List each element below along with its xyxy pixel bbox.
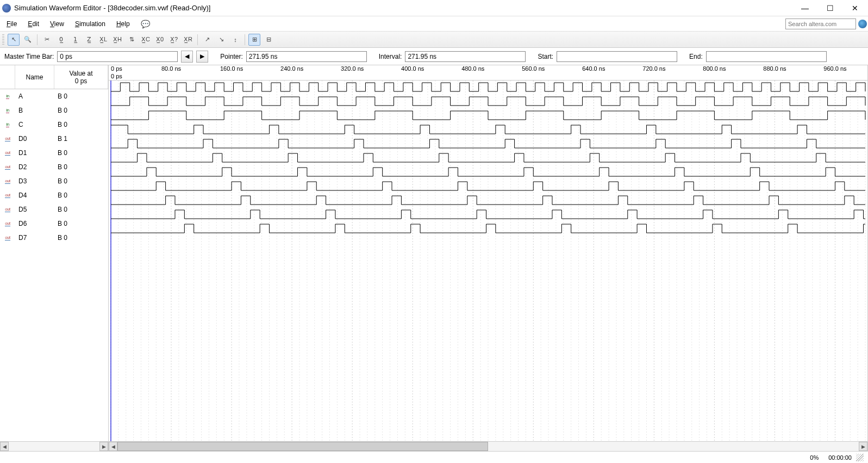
wave-scroll-thumb[interactable]	[117, 442, 488, 451]
ruler-tick: 400.0 ns	[401, 65, 424, 72]
menu-edit[interactable]: Edit	[22, 18, 45, 30]
tool-xq[interactable]: X̲?	[168, 34, 180, 46]
signal-name: D5	[15, 206, 54, 213]
signal-hscroll[interactable]: ◀ ▶	[0, 441, 108, 451]
maximize-button[interactable]: ☐	[822, 2, 838, 14]
menubar: File Edit View Simulation Help 💬	[0, 16, 868, 32]
signal-value: B 0	[54, 177, 108, 185]
wave-scroll-right-icon[interactable]: ▶	[859, 442, 867, 451]
tool-force0[interactable]: 0̲	[55, 34, 67, 46]
signal-dir-icon: out	[0, 221, 15, 226]
col-name: Name	[15, 65, 54, 89]
tool-inv[interactable]: ⇅	[126, 34, 138, 46]
signal-value: B 0	[54, 206, 108, 213]
tool-force1[interactable]: 1̲	[69, 34, 81, 46]
signal-value: B 0	[54, 92, 108, 100]
ruler-tick: 560.0 ns	[522, 65, 545, 72]
wave-scroll-track[interactable]	[117, 442, 859, 451]
signal-row[interactable]: outD0B 1	[0, 132, 108, 146]
ruler-tick: 960.0 ns	[823, 65, 846, 72]
resize-grip-icon[interactable]	[856, 454, 864, 461]
menu-view[interactable]: View	[45, 18, 70, 30]
master-prev-button[interactable]: ◀	[181, 51, 193, 63]
tool-grid[interactable]: ⊟	[263, 34, 274, 46]
menu-help[interactable]: Help	[111, 18, 135, 30]
signal-row[interactable]: inAB 0	[0, 89, 108, 103]
wave-hscroll[interactable]: ◀ ▶	[109, 441, 867, 451]
scroll-track[interactable]	[9, 442, 99, 451]
tool-edge-both[interactable]: ↕	[229, 34, 241, 46]
menu-file[interactable]: File	[1, 18, 22, 30]
start-input[interactable]	[557, 51, 677, 62]
signal-name: D7	[15, 234, 54, 242]
globe-icon[interactable]	[858, 20, 867, 28]
tool-x0[interactable]: X̲0	[154, 34, 166, 46]
signal-name: C	[15, 121, 54, 128]
signal-row[interactable]: outD1B 0	[0, 146, 108, 160]
pointer-label: Pointer:	[220, 53, 242, 60]
tool-forcez[interactable]: Z̲	[83, 34, 95, 46]
pointer-input[interactable]	[246, 51, 367, 62]
menu-simulation[interactable]: Simulation	[70, 18, 111, 30]
signal-row[interactable]: inCB 0	[0, 118, 108, 132]
help-bubble-icon[interactable]: 💬	[141, 19, 151, 29]
interval-label: Interval:	[379, 53, 402, 60]
tool-xc[interactable]: X̲C	[140, 34, 152, 46]
signal-row[interactable]: outD3B 0	[0, 174, 108, 188]
signal-value: B 0	[54, 121, 108, 128]
ruler-tick: 720.0 ns	[642, 65, 665, 72]
signal-dir-icon: out	[0, 193, 15, 198]
signal-name: D2	[15, 163, 54, 171]
ruler-tick: 800.0 ns	[703, 65, 726, 72]
signal-dir-icon: out	[0, 150, 15, 156]
signal-row[interactable]: outD7B 0	[0, 231, 108, 245]
tool-xh[interactable]: X̲H	[111, 34, 123, 46]
minimize-button[interactable]: —	[797, 2, 813, 14]
signal-name: D1	[15, 149, 54, 157]
signal-name: B	[15, 107, 54, 114]
signal-header: Name Value at 0 ps	[0, 65, 108, 89]
tool-snap[interactable]: ⊞	[248, 34, 260, 46]
end-input[interactable]	[706, 51, 827, 62]
wave-area[interactable]	[109, 81, 867, 441]
signal-panel: Name Value at 0 ps inAB 0inBB 0inCB 0out…	[0, 65, 109, 451]
signal-row[interactable]: outD6B 0	[0, 217, 108, 231]
signal-row[interactable]: outD5B 0	[0, 202, 108, 217]
search-input[interactable]	[785, 18, 856, 29]
wave-ruler[interactable]: 0 ps 0 ps 80.0 ns160.0 ns240.0 ns320.0 n…	[109, 65, 867, 81]
signal-dir-icon: out	[0, 235, 15, 240]
signal-name: D0	[15, 135, 54, 143]
scroll-right-icon[interactable]: ▶	[99, 442, 108, 451]
tool-edge-dn[interactable]: ↘	[215, 34, 227, 46]
statusbar: 0% 00:00:00	[0, 451, 868, 463]
tool-xl[interactable]: X̲L	[97, 34, 109, 46]
tool-zoom[interactable]: 🔍	[22, 34, 34, 46]
interval-input[interactable]	[405, 51, 526, 62]
ruler-tick: 640.0 ns	[582, 65, 605, 72]
signal-value: B 0	[54, 149, 108, 157]
master-next-button[interactable]: ▶	[196, 51, 208, 63]
ruler-tick: 320.0 ns	[341, 65, 364, 72]
col-dir	[0, 65, 15, 89]
tool-xr[interactable]: X̲R	[182, 34, 194, 46]
titlebar: Simulation Waveform Editor - [38decoder.…	[0, 0, 868, 16]
scroll-left-icon[interactable]: ◀	[0, 442, 9, 451]
signal-name: D4	[15, 192, 54, 199]
close-button[interactable]: ✕	[847, 2, 863, 14]
signal-row[interactable]: inBB 0	[0, 103, 108, 118]
signal-row[interactable]: outD2B 0	[0, 160, 108, 174]
ruler-tick: 160.0 ns	[220, 65, 243, 72]
signal-dir-icon: out	[0, 178, 15, 184]
infobar: Master Time Bar: ◀ ▶ Pointer: Interval: …	[0, 48, 868, 65]
tool-xcut[interactable]: ✂	[41, 34, 53, 46]
signal-value: B 0	[54, 192, 108, 199]
signal-value: B 0	[54, 107, 108, 114]
signal-row[interactable]: outD4B 0	[0, 188, 108, 202]
signal-value: B 0	[54, 220, 108, 227]
signal-dir-icon: in	[0, 94, 15, 99]
master-time-input[interactable]	[57, 51, 178, 62]
tool-pointer[interactable]: ↖	[8, 34, 20, 46]
main-area: Name Value at 0 ps inAB 0inBB 0inCB 0out…	[0, 65, 868, 451]
tool-edge-up[interactable]: ↗	[201, 34, 213, 46]
wave-scroll-left-icon[interactable]: ◀	[109, 442, 117, 451]
